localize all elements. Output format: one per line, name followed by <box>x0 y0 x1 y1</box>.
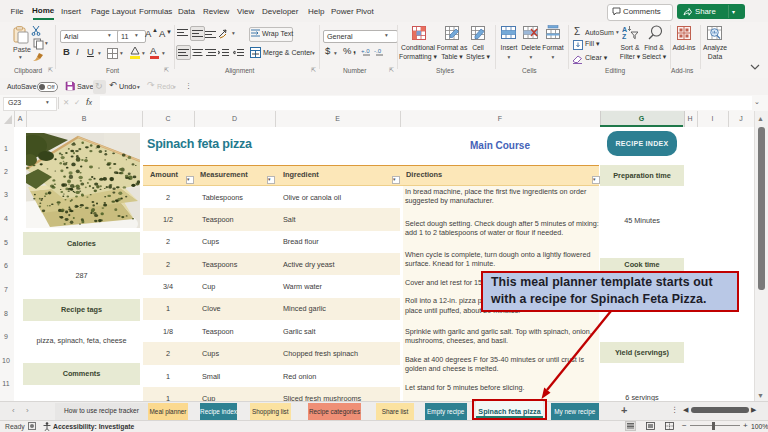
svg-text:A: A <box>622 26 627 33</box>
svg-text:-.0: -.0 <box>374 48 382 54</box>
svg-text:+.0: +.0 <box>361 48 370 54</box>
svg-text:Z: Z <box>622 33 627 40</box>
